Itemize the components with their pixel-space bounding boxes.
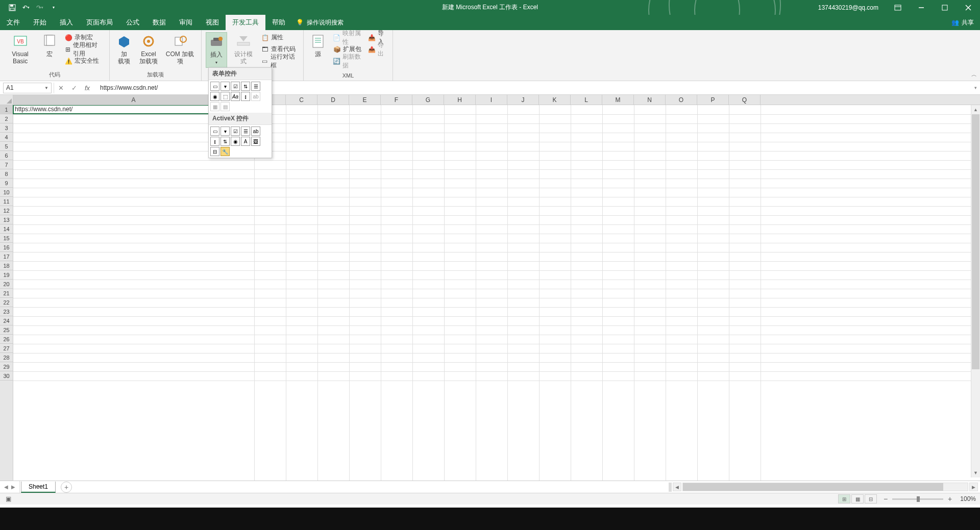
menu-tab-数据[interactable]: 数据 [146, 15, 173, 30]
row-header-23[interactable]: 23 [0, 307, 13, 316]
row-header-6[interactable]: 6 [0, 151, 13, 160]
col-header-H[interactable]: H [444, 95, 476, 105]
excel-addins-button[interactable]: Excel 加载项 [137, 32, 160, 66]
ax-image[interactable]: 🖼 [251, 137, 260, 146]
form-button[interactable]: ▭ [210, 82, 219, 91]
form-combo[interactable]: ▾ [220, 82, 230, 91]
cancel-formula-button[interactable]: ✕ [54, 83, 67, 93]
form-textfield[interactable]: ab [251, 92, 260, 101]
hscroll-thumb[interactable] [683, 483, 943, 491]
menu-tab-帮助[interactable]: 帮助 [265, 15, 292, 30]
select-all-button[interactable] [0, 95, 13, 105]
export-button[interactable]: 📤导出 [366, 44, 388, 55]
col-header-C[interactable]: C [286, 95, 317, 105]
row-header-11[interactable]: 11 [0, 197, 13, 206]
row-header-3[interactable]: 3 [0, 123, 13, 133]
ax-button[interactable]: ▭ [210, 127, 219, 136]
ax-spinner[interactable]: ⇅ [220, 137, 230, 146]
form-listbox[interactable]: ☰ [251, 82, 260, 91]
view-pagelayout-button[interactable]: ▦ [851, 494, 864, 503]
add-sheet-button[interactable]: + [61, 482, 72, 493]
run-dialog-button[interactable]: ▭运行对话框 [259, 56, 299, 66]
hscroll-right-button[interactable]: ▶ [969, 483, 978, 491]
col-header-G[interactable]: G [412, 95, 444, 105]
vscroll-thumb[interactable] [972, 114, 979, 369]
share-button[interactable]: 👥 共享 [951, 18, 974, 27]
ax-option[interactable]: ◉ [231, 137, 240, 146]
form-label[interactable]: Aa [231, 92, 240, 101]
row-header-10[interactable]: 10 [0, 188, 13, 197]
properties-button[interactable]: 📋属性 [259, 32, 299, 43]
map-properties-button[interactable]: 📄映射属性 [331, 32, 363, 43]
macros-button[interactable]: 宏 [39, 32, 60, 59]
form-combo2[interactable]: ▦ [210, 102, 219, 111]
menu-tab-页面布局[interactable]: 页面布局 [80, 15, 119, 30]
row-header-14[interactable]: 14 [0, 224, 13, 234]
macro-status-icon[interactable]: ▣ [4, 495, 12, 503]
row-header-7[interactable]: 7 [0, 160, 13, 169]
col-header-F[interactable]: F [381, 95, 412, 105]
col-header-O[interactable]: O [666, 95, 697, 105]
view-pagebreak-button[interactable]: ⊟ [865, 494, 877, 503]
sheet-nav-prev[interactable]: ◀ [4, 484, 8, 490]
row-header-29[interactable]: 29 [0, 362, 13, 371]
ax-combo[interactable]: ▾ [220, 127, 230, 136]
view-normal-button[interactable]: ⊞ [838, 494, 850, 503]
collapse-ribbon-button[interactable]: ︿ [971, 71, 977, 79]
macro-security-button[interactable]: ⚠️宏安全性 [63, 56, 105, 66]
visual-basic-button[interactable]: VB Visual Basic [4, 32, 36, 66]
col-header-D[interactable]: D [317, 95, 349, 105]
row-header-28[interactable]: 28 [0, 353, 13, 362]
form-option[interactable]: ◉ [210, 92, 219, 101]
row-header-22[interactable]: 22 [0, 298, 13, 307]
user-email[interactable]: 1374430219@qq.com [818, 4, 878, 11]
save-button[interactable] [8, 3, 17, 12]
row-header-17[interactable]: 17 [0, 252, 13, 261]
row-header-2[interactable]: 2 [0, 114, 13, 123]
scroll-down-button[interactable]: ▼ [971, 468, 980, 477]
enter-formula-button[interactable]: ✓ [67, 83, 81, 93]
insert-function-button[interactable]: fx [81, 83, 94, 93]
col-header-I[interactable]: I [476, 95, 507, 105]
windows-taskbar[interactable] [0, 508, 980, 530]
com-addins-button[interactable]: COM 加载项 [163, 32, 197, 66]
col-header-J[interactable]: J [507, 95, 539, 105]
ribbon-options-button[interactable] [886, 0, 910, 15]
col-header-L[interactable]: L [571, 95, 602, 105]
zoom-slider[interactable] [892, 498, 943, 500]
ax-textbox[interactable]: ab [251, 127, 260, 136]
form-groupbox[interactable]: ⬚ [220, 92, 230, 101]
menu-tab-文件[interactable]: 文件 [0, 15, 27, 30]
col-header-N[interactable]: N [634, 95, 666, 105]
vertical-scrollbar[interactable]: ▲ ▼ [971, 105, 980, 477]
row-header-12[interactable]: 12 [0, 206, 13, 215]
menu-tab-开发工具[interactable]: 开发工具 [226, 15, 265, 30]
zoom-percentage[interactable]: 100% [957, 495, 976, 502]
hscroll-left-button[interactable]: ◀ [673, 483, 681, 491]
minimize-button[interactable] [910, 0, 933, 15]
sheet-tab-sheet1[interactable]: Sheet1 [21, 482, 56, 493]
menu-tab-视图[interactable]: 视图 [199, 15, 226, 30]
row-header-18[interactable]: 18 [0, 261, 13, 270]
zoom-slider-thumb[interactable] [917, 496, 920, 502]
form-edit[interactable]: ▤ [220, 102, 230, 111]
undo-button[interactable]: ↶ ▾ [21, 3, 31, 12]
row-header-8[interactable]: 8 [0, 169, 13, 179]
scroll-up-button[interactable]: ▲ [971, 105, 980, 114]
maximize-button[interactable] [933, 0, 957, 15]
row-header-25[interactable]: 25 [0, 325, 13, 335]
ax-scrollbar[interactable]: ⫿ [210, 137, 219, 146]
tell-me-search[interactable]: 💡 操作说明搜索 [292, 18, 344, 27]
row-header-9[interactable]: 9 [0, 179, 13, 188]
ax-toggle[interactable]: ⊟ [210, 147, 219, 156]
refresh-data-button[interactable]: 🔄刷新数据 [331, 56, 363, 66]
form-scrollbar[interactable]: ⫿ [241, 92, 250, 101]
form-checkbox[interactable]: ☑ [231, 82, 240, 91]
menu-tab-公式[interactable]: 公式 [119, 15, 146, 30]
row-header-24[interactable]: 24 [0, 316, 13, 325]
sheet-nav-next[interactable]: ▶ [11, 484, 15, 490]
xml-source-button[interactable]: 源 [308, 32, 328, 59]
qat-customize[interactable]: ▾ [49, 3, 58, 12]
cells-area[interactable]: https://www.csdn.net/ [13, 105, 980, 481]
col-header-M[interactable]: M [602, 95, 634, 105]
